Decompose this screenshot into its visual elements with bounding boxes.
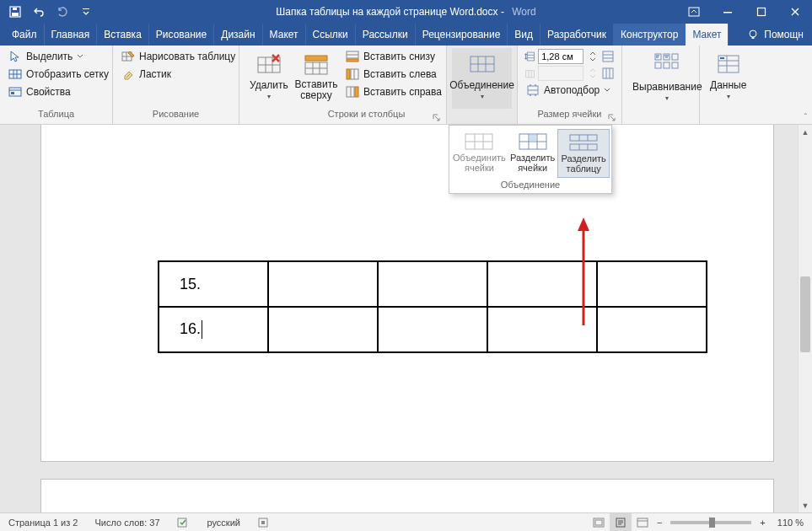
chevron-down-icon: [77, 53, 83, 60]
distribute-cols-icon[interactable]: [601, 66, 615, 81]
tab-table-design[interactable]: Конструктор: [614, 24, 686, 46]
insert-left-button[interactable]: Вставить слева: [342, 66, 445, 83]
status-language[interactable]: русский: [199, 518, 249, 528]
merge-split-button[interactable]: Объединение ▾: [452, 48, 512, 109]
data-button[interactable]: Данные ▾: [705, 48, 751, 109]
svg-rect-15: [11, 92, 14, 94]
zoom-slider[interactable]: [670, 521, 751, 524]
minimize-icon[interactable]: [711, 0, 745, 24]
table-cell[interactable]: 15.: [159, 261, 268, 307]
scroll-thumb[interactable]: [800, 276, 810, 352]
view-print-layout-icon[interactable]: [610, 513, 632, 532]
eraser-button[interactable]: Ластик: [118, 66, 239, 83]
group-rows-columns: Вставить сверху Вставить снизу Вставить …: [287, 46, 447, 124]
insert-above-button[interactable]: Вставить сверху: [292, 48, 341, 109]
table-cell[interactable]: [268, 307, 378, 352]
svg-rect-87: [178, 518, 186, 527]
table-1[interactable]: 15. 16.: [158, 260, 707, 353]
undo-icon[interactable]: [27, 0, 51, 24]
view-web-layout-icon[interactable]: [632, 513, 653, 532]
tab-table-layout[interactable]: Макет: [686, 24, 729, 46]
tab-view[interactable]: Вид: [508, 24, 540, 46]
group-label: Размер ячейки: [523, 109, 616, 124]
close-icon[interactable]: [778, 0, 812, 24]
group-data: Данные ▾: [700, 46, 752, 124]
cmd-label: Удалить: [250, 79, 288, 91]
tab-design[interactable]: Дизайн: [214, 24, 262, 46]
scroll-down-icon[interactable]: ▼: [799, 498, 812, 512]
tab-developer[interactable]: Разработчик: [540, 24, 614, 46]
table-row[interactable]: 16.: [159, 307, 707, 352]
svg-rect-37: [355, 87, 358, 97]
insert-above-icon: [303, 51, 330, 78]
tab-file[interactable]: Файл: [5, 24, 45, 46]
draw-table-button[interactable]: Нарисовать таблицу: [118, 48, 239, 65]
eraser-icon: [121, 67, 135, 81]
tell-me[interactable]: Помощн: [739, 24, 812, 46]
page-1: 15. 16.: [40, 125, 774, 462]
tab-home[interactable]: Главная: [45, 24, 98, 46]
alignment-button[interactable]: Выравнивание ▾: [627, 48, 707, 109]
select-button[interactable]: Выделить: [5, 48, 112, 65]
zoom-out-button[interactable]: −: [653, 518, 665, 528]
status-word-count[interactable]: Число слов: 37: [86, 518, 168, 528]
view-focus-icon[interactable]: [588, 513, 610, 532]
merge-dropdown: Объединить ячейки Разделить ячейки Разде…: [449, 125, 612, 194]
table-row[interactable]: 15.: [159, 261, 707, 307]
status-spellcheck[interactable]: [169, 517, 199, 528]
status-page[interactable]: Страница 1 из 2: [0, 518, 86, 528]
qat-customize-icon[interactable]: [74, 0, 98, 24]
zoom-level[interactable]: 110 %: [769, 518, 812, 528]
status-macro[interactable]: [249, 517, 277, 528]
dialog-launcher-icon[interactable]: [608, 114, 616, 122]
table-cell[interactable]: [378, 261, 487, 307]
split-cells-button[interactable]: Разделить ячейки: [508, 129, 558, 178]
row-height-input[interactable]: [538, 49, 583, 64]
chevron-down-icon: ▾: [267, 93, 271, 100]
table-cell[interactable]: [597, 307, 707, 352]
vertical-scrollbar[interactable]: ▲ ▼: [798, 125, 812, 512]
tab-review[interactable]: Рецензирование: [416, 24, 508, 46]
zoom-in-button[interactable]: +: [756, 518, 768, 528]
insert-right-button[interactable]: Вставить справа: [342, 83, 445, 100]
tab-insert[interactable]: Вставка: [97, 24, 149, 46]
view-gridlines-button[interactable]: Отобразить сетку: [5, 66, 112, 83]
zoom-knob[interactable]: [709, 518, 715, 528]
save-icon[interactable]: [3, 0, 27, 24]
svg-rect-81: [570, 135, 597, 141]
properties-button[interactable]: Свойства: [5, 83, 112, 100]
insert-right-icon: [346, 85, 359, 99]
split-table-button[interactable]: Разделить таблицу: [557, 129, 610, 178]
qat: [0, 0, 98, 24]
chevron-down-icon: [604, 87, 610, 94]
tab-layout[interactable]: Макет: [263, 24, 306, 46]
insert-below-button[interactable]: Вставить снизу: [342, 48, 445, 65]
svg-rect-51: [603, 68, 613, 78]
table-cell[interactable]: 16.: [159, 307, 268, 352]
col-width-input[interactable]: [538, 66, 583, 81]
dialog-launcher-icon[interactable]: [433, 114, 441, 122]
autofit-button[interactable]: Автоподбор: [523, 82, 616, 99]
macro-icon: [257, 517, 269, 528]
distribute-rows-icon[interactable]: [601, 49, 615, 64]
table-cell[interactable]: [597, 261, 707, 307]
tab-references[interactable]: Ссылки: [306, 24, 356, 46]
maximize-icon[interactable]: [745, 0, 778, 24]
spinner-icon[interactable]: [586, 49, 599, 64]
delete-icon: [255, 51, 282, 78]
redo-icon[interactable]: [51, 0, 74, 24]
table-cell[interactable]: [268, 261, 378, 307]
svg-rect-82: [570, 144, 597, 150]
scroll-up-icon[interactable]: ▲: [799, 125, 812, 139]
tab-mailings[interactable]: Рассылки: [356, 24, 416, 46]
table-cell[interactable]: [378, 307, 487, 352]
merge-icon: [469, 51, 496, 78]
merge-cells-icon: [464, 132, 494, 151]
group-label: [627, 109, 694, 124]
col-width-icon: [524, 67, 535, 80]
svg-rect-3: [83, 8, 89, 9]
collapse-ribbon-icon[interactable]: ˆ: [804, 113, 807, 122]
tab-draw[interactable]: Рисование: [149, 24, 214, 46]
ribbon-display-options-icon[interactable]: [677, 0, 711, 24]
document-area[interactable]: 15. 16. 17. 18.: [0, 125, 812, 512]
